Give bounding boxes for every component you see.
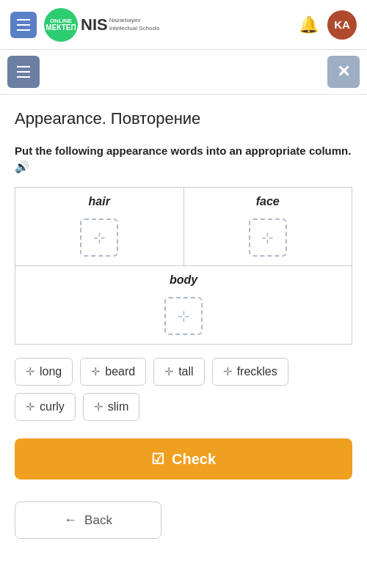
word-chips-container: ✛ long ✛ beard ✛ tall ✛ freckles ✛ curly… xyxy=(15,358,352,421)
logo-circle: ONLINE МЕКТЕП xyxy=(44,8,78,42)
chip-slim[interactable]: ✛ slim xyxy=(83,393,139,421)
drag-icon-freckles: ✛ xyxy=(223,365,233,378)
chip-curly[interactable]: ✛ curly xyxy=(15,393,76,421)
toolbar: ✕ xyxy=(0,50,367,95)
notification-bell-icon[interactable]: 🔔 xyxy=(299,15,319,34)
back-arrow-icon: ← xyxy=(64,512,77,528)
header-icons: 🔔 KA xyxy=(299,10,357,40)
check-button[interactable]: ☑ Check xyxy=(15,438,352,479)
category-cell-hair: hair ⊹ xyxy=(15,188,184,266)
drop-zone-body[interactable]: ⊹ xyxy=(164,297,203,335)
drop-zone-hair[interactable]: ⊹ xyxy=(80,218,118,257)
chip-beard[interactable]: ✛ beard xyxy=(80,358,146,386)
category-label-body: body xyxy=(21,273,346,293)
category-cell-body: body ⊹ xyxy=(15,266,352,345)
table-row-top: hair ⊹ face ⊹ xyxy=(15,188,352,266)
back-button[interactable]: ← Back xyxy=(15,501,161,539)
logo-area: ONLINE МЕКТЕП NIS Nazarbayev Intellectua… xyxy=(44,8,299,42)
category-label-face: face xyxy=(190,195,346,214)
chip-label-beard: beard xyxy=(105,365,135,378)
chip-long[interactable]: ✛ long xyxy=(15,358,73,386)
chip-label-tall: tall xyxy=(178,365,193,378)
speaker-icon[interactable]: 🔊 xyxy=(15,159,29,175)
chip-label-curly: curly xyxy=(40,400,65,414)
toolbar-menu-button[interactable] xyxy=(7,56,40,88)
toolbar-close-button[interactable]: ✕ xyxy=(327,56,360,88)
header-menu-button[interactable] xyxy=(10,12,37,38)
chip-tall[interactable]: ✛ tall xyxy=(153,358,204,386)
drag-icon-curly: ✛ xyxy=(26,400,35,414)
back-label: Back xyxy=(84,513,112,528)
table-row-bottom: body ⊹ xyxy=(15,266,352,345)
avatar[interactable]: KA xyxy=(327,10,357,40)
drag-icon-long: ✛ xyxy=(26,365,35,378)
drop-zone-face[interactable]: ⊹ xyxy=(249,218,287,257)
logo-nis-label: NIS xyxy=(81,15,108,34)
category-label-hair: hair xyxy=(21,195,178,214)
category-cell-face: face ⊹ xyxy=(184,188,352,266)
main-content: Appearance. Повторение Put the following… xyxy=(0,95,367,588)
category-table: hair ⊹ face ⊹ body ⊹ xyxy=(15,187,352,345)
logo-bot-text: МЕКТЕП xyxy=(46,24,76,32)
chip-freckles[interactable]: ✛ freckles xyxy=(212,358,288,386)
chip-label-slim: slim xyxy=(108,400,128,414)
drag-icon-slim: ✛ xyxy=(94,400,103,414)
check-icon: ☑ xyxy=(151,450,164,468)
check-label: Check xyxy=(172,451,216,468)
drag-icon-beard: ✛ xyxy=(91,365,101,378)
chip-label-freckles: freckles xyxy=(237,365,277,378)
header: ONLINE МЕКТЕП NIS Nazarbayev Intellectua… xyxy=(0,0,367,50)
drag-icon-tall: ✛ xyxy=(164,365,174,378)
page-title: Appearance. Повторение xyxy=(15,109,352,128)
logo-sub-text: Nazarbayev Intellectual Schools xyxy=(109,17,161,32)
chip-label-long: long xyxy=(40,365,62,378)
instruction-text: Put the following appearance words into … xyxy=(15,143,352,175)
